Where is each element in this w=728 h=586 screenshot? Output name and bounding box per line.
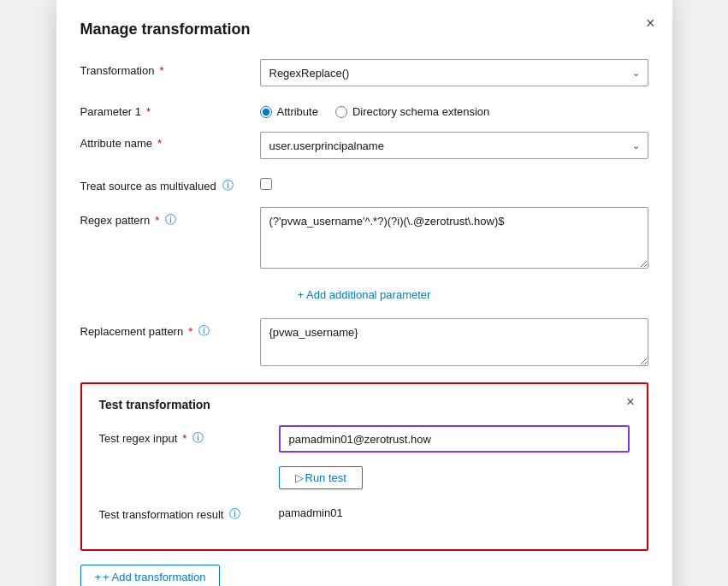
replacement-pattern-textarea-wrapper xyxy=(260,318,648,369)
directory-schema-radio-text: Directory schema extension xyxy=(352,105,489,118)
transformation-select[interactable]: RegexReplace() xyxy=(260,59,648,86)
regex-pattern-info-icon[interactable]: ⓘ xyxy=(165,212,176,228)
treat-source-checkbox-wrapper xyxy=(260,173,648,192)
replacement-pattern-row: Replacement pattern * ⓘ xyxy=(80,318,648,369)
treat-source-label: Treat source as multivalued ⓘ xyxy=(80,173,260,193)
add-transformation-label: + Add transformation xyxy=(103,571,205,583)
add-param-row: + Add additional parameter xyxy=(80,285,648,305)
parameter1-label: Parameter 1 * xyxy=(80,100,260,118)
attribute-radio-text: Attribute xyxy=(277,105,318,118)
treat-source-info-icon[interactable]: ⓘ xyxy=(222,178,234,193)
required-asterisk-attr: * xyxy=(157,137,162,150)
add-icon: + xyxy=(95,571,102,583)
play-icon: ▷ xyxy=(295,471,304,484)
treat-source-row: Treat source as multivalued ⓘ xyxy=(80,173,648,193)
add-additional-parameter-button[interactable]: + Add additional parameter xyxy=(291,285,438,305)
footer: + + Add transformation xyxy=(80,565,648,586)
attribute-name-row: Attribute name * user.userprincipalname … xyxy=(80,132,648,159)
test-result-value: pamadmin01 xyxy=(279,501,630,519)
attribute-radio[interactable] xyxy=(260,106,272,118)
replacement-pattern-label: Replacement pattern * ⓘ xyxy=(80,318,260,339)
directory-schema-radio-label[interactable]: Directory schema extension xyxy=(335,105,489,118)
regex-pattern-textarea[interactable] xyxy=(260,207,648,269)
test-regex-input[interactable] xyxy=(279,425,630,453)
directory-schema-radio[interactable] xyxy=(335,106,347,118)
test-result-label: Test transformation result ⓘ xyxy=(99,501,279,522)
parameter1-radio-group: Attribute Directory schema extension xyxy=(260,100,648,118)
run-test-label: Run test xyxy=(305,471,346,484)
test-regex-info-icon[interactable]: ⓘ xyxy=(192,430,204,446)
manage-transformation-dialog: Manage transformation × Transformation *… xyxy=(56,0,672,586)
run-test-button[interactable]: ▷ Run test xyxy=(279,466,363,489)
attribute-name-select[interactable]: user.userprincipalname xyxy=(260,132,648,159)
test-section-title: Test transformation xyxy=(99,398,630,411)
required-asterisk-test: * xyxy=(182,432,186,445)
regex-pattern-row: Regex pattern * ⓘ xyxy=(80,207,648,271)
required-asterisk-p1: * xyxy=(146,105,151,118)
attribute-name-select-wrapper: user.userprincipalname ⌄ xyxy=(260,132,648,159)
test-regex-input-label: Test regex input * ⓘ xyxy=(99,425,279,446)
required-asterisk-regex: * xyxy=(155,214,159,227)
treat-source-checkbox[interactable] xyxy=(260,178,272,190)
modal-title: Manage transformation xyxy=(80,21,648,38)
attribute-name-label: Attribute name * xyxy=(80,132,260,150)
replacement-pattern-info-icon[interactable]: ⓘ xyxy=(198,323,210,339)
test-transformation-section: Test transformation × Test regex input *… xyxy=(80,382,648,551)
required-asterisk: * xyxy=(159,64,163,77)
transformation-select-wrapper: RegexReplace() ⌄ xyxy=(260,59,648,86)
parameter1-row: Parameter 1 * Attribute Directory schema… xyxy=(80,100,648,118)
required-asterisk-replace: * xyxy=(188,325,192,338)
test-result-row: Test transformation result ⓘ pamadmin01 xyxy=(99,501,630,522)
add-transformation-button[interactable]: + + Add transformation xyxy=(80,565,221,586)
test-regex-input-wrapper xyxy=(279,425,630,453)
test-result-info-icon[interactable]: ⓘ xyxy=(229,506,240,522)
transformation-label: Transformation * xyxy=(80,59,260,77)
modal-close-button[interactable]: × xyxy=(646,15,655,31)
attribute-radio-label[interactable]: Attribute xyxy=(260,105,318,118)
test-regex-input-row: Test regex input * ⓘ xyxy=(99,425,630,453)
regex-pattern-label: Regex pattern * ⓘ xyxy=(80,207,260,228)
replacement-pattern-textarea[interactable] xyxy=(260,318,648,366)
transformation-row: Transformation * RegexReplace() ⌄ xyxy=(80,59,648,86)
regex-pattern-textarea-wrapper xyxy=(260,207,648,271)
test-section-close-button[interactable]: × xyxy=(626,394,634,410)
